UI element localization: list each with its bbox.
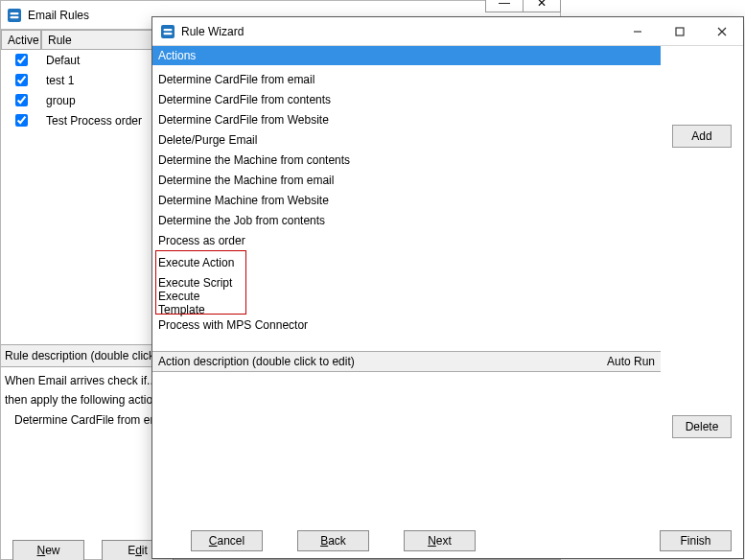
active-checkbox[interactable]	[15, 114, 28, 127]
active-cell	[1, 50, 41, 70]
minimize-button[interactable]	[617, 17, 659, 46]
active-cell	[1, 90, 41, 110]
actions-header: Actions	[152, 46, 661, 65]
next-button[interactable]: Next	[404, 530, 476, 551]
action-description-area[interactable]	[152, 372, 661, 524]
column-header-active[interactable]: Active	[1, 30, 41, 50]
action-item[interactable]: Determine the Machine from contents	[158, 150, 655, 170]
rule-wizard-window-controls	[617, 17, 743, 45]
active-checkbox[interactable]	[15, 74, 28, 86]
finish-button[interactable]: Finish	[660, 530, 732, 551]
add-button[interactable]: Add	[672, 125, 732, 148]
action-item[interactable]: Determine the Job from contents	[158, 210, 655, 230]
svg-rect-2	[11, 16, 19, 18]
action-item[interactable]: Determine the Machine from email	[158, 170, 655, 190]
action-item[interactable]: Determine CardFile from contents	[158, 89, 655, 109]
action-item[interactable]: Process as order	[158, 230, 655, 250]
action-item[interactable]: Execute Template	[158, 292, 245, 313]
active-cell	[1, 70, 41, 90]
rule-wizard-title: Rule Wizard	[181, 25, 244, 38]
email-rules-title: Email Rules	[28, 9, 89, 22]
action-item[interactable]: Delete/Purge Email	[158, 129, 655, 150]
delete-button[interactable]: Delete	[672, 415, 732, 438]
back-button[interactable]: Back	[297, 530, 369, 551]
actions-panel: Actions Determine CardFile from emailDet…	[152, 46, 661, 351]
close-button[interactable]	[701, 17, 743, 46]
svg-rect-5	[164, 33, 173, 35]
svg-rect-4	[164, 29, 173, 31]
rule-wizard-window: Rule Wizard Actions Determine CardFile f…	[151, 16, 744, 559]
wizard-right-column: Add Delete	[672, 46, 737, 524]
close-button[interactable]: ✕	[523, 0, 561, 12]
highlight-box: Execute ActionExecute ScriptExecute Temp…	[155, 250, 246, 315]
rule-wizard-footer: Cancel Back Next Finish	[152, 524, 743, 558]
action-item[interactable]: Process with MPS Connector	[158, 315, 655, 335]
svg-rect-3	[161, 25, 175, 38]
rule-wizard-body: Actions Determine CardFile from emailDet…	[152, 46, 743, 524]
action-description-header: Action description (double click to edit…	[152, 351, 661, 372]
maximize-button[interactable]	[659, 17, 701, 46]
app-icon	[160, 24, 175, 39]
rule-wizard-titlebar[interactable]: Rule Wizard	[152, 17, 743, 46]
action-item[interactable]: Determine CardFile from email	[158, 69, 655, 89]
svg-rect-1	[11, 12, 19, 14]
active-cell	[1, 110, 41, 130]
minimize-button[interactable]: —	[485, 0, 524, 12]
auto-run-label: Auto Run	[607, 355, 655, 368]
svg-rect-7	[676, 28, 684, 35]
action-item[interactable]: Determine Machine from Website	[158, 190, 655, 210]
active-checkbox[interactable]	[15, 94, 28, 106]
cancel-button[interactable]: Cancel	[191, 530, 263, 551]
actions-list[interactable]: Determine CardFile from emailDetermine C…	[152, 65, 661, 335]
new-button[interactable]: New	[12, 540, 84, 560]
app-icon	[7, 8, 22, 23]
action-item[interactable]: Execute Action	[158, 252, 245, 272]
active-checkbox[interactable]	[15, 54, 28, 66]
action-description-label: Action description (double click to edit…	[158, 355, 355, 368]
svg-rect-0	[8, 9, 21, 22]
action-item[interactable]: Determine CardFile from Website	[158, 109, 655, 129]
